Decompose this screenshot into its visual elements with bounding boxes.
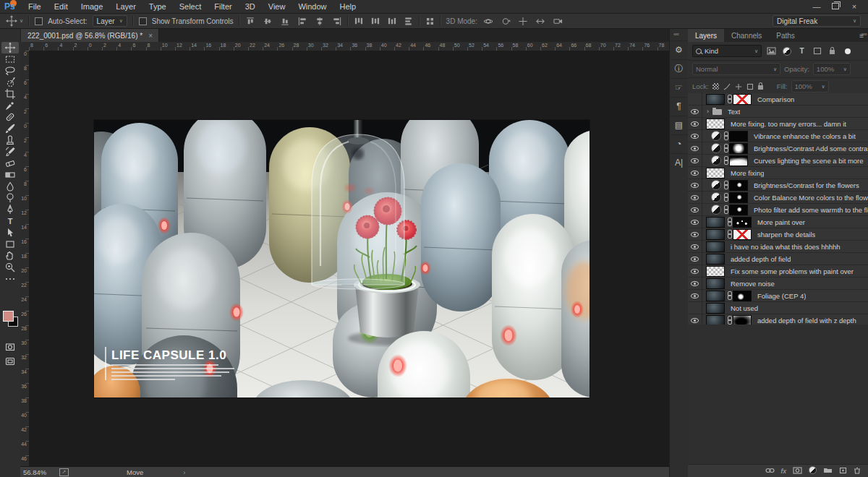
layer-row[interactable]: sharpen the details <box>688 228 868 241</box>
filter-pixel-layers-icon[interactable] <box>766 46 777 56</box>
auto-select-dropdown[interactable]: Layer∨ <box>93 15 127 27</box>
move-tool[interactable] <box>1 42 19 53</box>
current-tool-badge[interactable]: ∨ <box>6 15 23 27</box>
layer-row[interactable]: Fix some some problems with paint over <box>688 265 868 278</box>
3d-slide-icon[interactable] <box>535 17 545 26</box>
blend-mode-dropdown[interactable]: Normal∨ <box>692 63 780 75</box>
foreground-color-swatch[interactable] <box>3 311 14 322</box>
layer-mask-thumbnail[interactable] <box>733 217 752 228</box>
restore-button[interactable] <box>826 2 845 11</box>
add-layer-mask-button[interactable] <box>793 467 802 476</box>
blur-tool[interactable] <box>1 181 19 192</box>
history-brush-tool[interactable] <box>1 146 19 158</box>
type-tool[interactable]: T <box>1 215 19 227</box>
layer-mask-thumbnail[interactable] <box>733 291 752 301</box>
character-panel-icon[interactable]: A| <box>670 153 688 171</box>
lock-position-icon[interactable] <box>735 83 742 90</box>
close-button[interactable]: × <box>845 2 864 11</box>
menu-item-3d[interactable]: 3D <box>239 2 262 11</box>
tab-layers[interactable]: Layers <box>688 29 724 42</box>
3d-pan-icon[interactable] <box>518 17 528 26</box>
eyedropper-tool[interactable] <box>1 100 19 111</box>
3d-roll-icon[interactable] <box>501 17 511 26</box>
menu-item-image[interactable]: Image <box>75 2 110 11</box>
layer-visibility-toggle[interactable] <box>688 118 702 129</box>
distribute-top-icon[interactable] <box>354 17 364 26</box>
layer-visibility-toggle[interactable] <box>688 253 702 265</box>
layer-mask-thumbnail[interactable] <box>729 205 748 215</box>
swatches-panel-icon[interactable]: ◔ <box>670 134 688 152</box>
gradient-tool[interactable] <box>1 169 19 181</box>
layer-visibility-toggle[interactable] <box>688 302 702 314</box>
align-top-edges-icon[interactable] <box>245 17 255 26</box>
marquee-tool[interactable] <box>1 53 19 65</box>
workspace-switcher[interactable]: Digital Freak∨ <box>773 15 861 27</box>
layer-row[interactable]: ›Text <box>688 106 868 118</box>
edit-toolbar-button[interactable] <box>1 273 19 285</box>
layer-visibility-toggle[interactable] <box>688 278 702 289</box>
layer-row[interactable]: added depth of field <box>688 253 868 265</box>
filter-smart-objects-icon[interactable] <box>827 46 838 56</box>
crop-tool[interactable] <box>1 88 19 100</box>
quick-mask-button[interactable] <box>1 341 19 353</box>
link-layers-button[interactable] <box>765 468 775 475</box>
layer-row[interactable]: More paint over <box>688 216 868 228</box>
align-bottom-edges-icon[interactable] <box>280 17 290 26</box>
panel-menu-icon[interactable]: ≡ <box>859 32 864 40</box>
spot-healing-tool[interactable] <box>1 111 19 123</box>
layer-row[interactable]: Vibrance enhance the colors a bit <box>688 130 868 142</box>
layer-visibility-toggle[interactable] <box>688 228 702 240</box>
layer-row[interactable]: i have no idea what this does hhhhh <box>688 241 868 253</box>
fill-field[interactable]: 100%∨ <box>791 80 829 93</box>
lasso-tool[interactable] <box>1 65 19 77</box>
screen-mode-button[interactable] <box>1 356 19 367</box>
distribute-vcenter-icon[interactable] <box>370 17 380 26</box>
filter-toggle-icon[interactable] <box>842 46 853 56</box>
lock-artboard-icon[interactable] <box>746 83 754 90</box>
zoom-level-field[interactable]: 56.84% <box>23 468 59 476</box>
filter-adjustment-layers-icon[interactable] <box>781 46 792 56</box>
new-layer-button[interactable] <box>839 467 847 476</box>
layer-row[interactable]: Brightness/Contrast Add some contrast <box>688 142 868 155</box>
layer-visibility-toggle[interactable] <box>688 142 702 154</box>
layer-mask-thumbnail[interactable] <box>733 229 752 240</box>
lock-transparency-icon[interactable] <box>712 83 719 90</box>
minimize-button[interactable]: — <box>807 2 826 11</box>
menu-item-select[interactable]: Select <box>173 2 208 11</box>
layer-row[interactable]: Brightness/Contrast for the flowers <box>688 179 868 192</box>
align-vertical-centers-icon[interactable] <box>263 17 273 26</box>
layer-comps-panel-icon[interactable]: ▤ <box>670 116 688 134</box>
layer-thumbnail[interactable] <box>706 217 725 228</box>
distribute-left-icon[interactable] <box>404 17 414 26</box>
layer-row[interactable]: Foliage (CEP 4) <box>688 290 868 302</box>
layer-effects-button[interactable]: fx <box>781 468 786 475</box>
layer-mask-thumbnail[interactable] <box>729 180 748 191</box>
layer-mask-thumbnail[interactable] <box>733 94 752 105</box>
dodge-tool[interactable] <box>1 192 19 204</box>
actions-panel-icon[interactable]: ☞ <box>670 78 688 96</box>
layer-visibility-toggle[interactable] <box>688 290 702 301</box>
align-horizontal-centers-icon[interactable] <box>315 17 325 26</box>
pen-tool[interactable] <box>1 204 19 215</box>
layer-thumbnail[interactable] <box>706 266 725 277</box>
filter-shape-layers-icon[interactable] <box>812 46 822 56</box>
grid-icon[interactable] <box>425 17 435 26</box>
shape-tool[interactable] <box>1 239 19 250</box>
layer-thumbnail[interactable] <box>706 303 725 314</box>
lock-pixels-icon[interactable] <box>723 83 731 90</box>
layer-thumbnail[interactable] <box>706 291 725 301</box>
layer-visibility-toggle[interactable] <box>688 216 702 228</box>
tab-channels[interactable]: Channels <box>724 29 769 42</box>
layer-thumbnail[interactable] <box>706 278 725 289</box>
brush-tool[interactable] <box>1 123 19 134</box>
lock-all-icon[interactable] <box>758 85 763 90</box>
layer-visibility-toggle[interactable] <box>688 106 702 117</box>
layer-visibility-toggle[interactable] <box>688 130 702 142</box>
new-group-button[interactable] <box>823 467 833 475</box>
path-selection-tool[interactable] <box>1 227 19 239</box>
paragraph-panel-icon[interactable]: ¶ <box>670 97 688 115</box>
color-swatches[interactable] <box>2 310 18 327</box>
menu-item-edit[interactable]: Edit <box>48 2 75 11</box>
layer-mask-thumbnail[interactable] <box>729 192 748 203</box>
layer-thumbnail[interactable] <box>706 168 725 179</box>
